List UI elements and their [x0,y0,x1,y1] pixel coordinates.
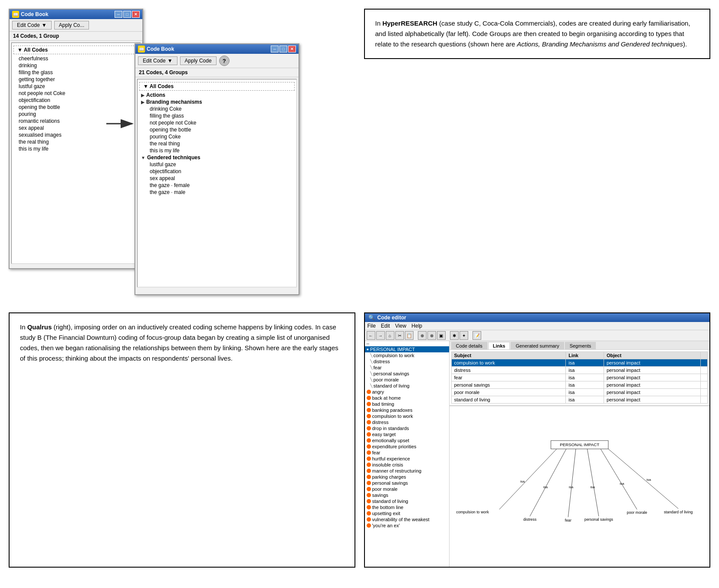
list-item[interactable]: cheerfulness [12,55,140,62]
list-item[interactable]: not people not Coke [138,119,296,126]
list-item[interactable]: drinking [12,62,140,69]
list-item[interactable]: angry [365,389,449,395]
apply-code-btn-1[interactable]: Apply Co... [54,21,89,30]
tab-links[interactable]: Links [488,342,510,349]
list-item[interactable]: objectification [12,97,140,104]
list-item[interactable]: personal savings [365,480,449,486]
list-item[interactable]: this is my life [12,145,140,152]
table-row[interactable]: compulsion to work isa personal impact [451,359,708,367]
list-item[interactable]: ╲ poor morale [365,377,449,383]
home-btn[interactable]: ⌂ [386,331,394,340]
tool5[interactable]: ▣ [437,331,446,340]
list-item[interactable]: drop in standards [365,425,449,431]
table-row[interactable]: standard of living isa personal impact [451,396,708,404]
list-item[interactable]: parking charges [365,474,449,480]
list-item[interactable]: opening the bottle [12,104,140,111]
tool3[interactable]: ⊕ [418,331,427,340]
back-btn[interactable]: ← [367,331,375,340]
maximize-btn-2[interactable]: □ [279,46,287,53]
tab-generated-summary[interactable]: Generated summary [511,342,564,349]
all-codes-header-1[interactable]: ▼ All Codes [13,46,138,54]
list-item[interactable]: ╲ compulsion to work [365,352,449,358]
list-item[interactable]: the gaze · male [138,189,296,196]
tool6[interactable]: ✱ [450,331,459,340]
minimize-btn-1[interactable]: ─ [115,11,122,18]
table-row[interactable]: poor morale isa personal impact [451,389,708,396]
list-item[interactable]: sex appeal [138,175,296,182]
tool8[interactable]: 📝 [473,331,481,340]
list-item[interactable]: back at home [365,395,449,401]
edit-code-btn-1[interactable]: Edit Code ▼ [12,21,52,30]
table-row[interactable]: personal savings isa personal impact [451,381,708,389]
list-item[interactable]: compulsion to work [365,413,449,419]
tool7[interactable]: ✦ [460,331,468,340]
list-item[interactable]: bad timing [365,401,449,407]
personal-impact-node[interactable]: ● PERSONAL IMPACT [365,346,449,352]
menu-file[interactable]: File [368,323,376,329]
menu-edit[interactable]: Edit [381,323,390,329]
all-codes-header-2[interactable]: ▼ All Codes [139,82,295,91]
list-item[interactable]: the real thing [138,140,296,147]
tool2[interactable]: 📋 [405,331,414,340]
list-item[interactable]: drinking Coke [138,105,296,112]
group-actions[interactable]: ▶ Actions [138,92,296,99]
list-item[interactable]: getting together [12,76,140,83]
minimize-btn-2[interactable]: ─ [271,46,279,53]
close-btn-1[interactable]: ✕ [132,11,140,18]
list-item[interactable]: objectification [138,168,296,175]
ce-right-panel: Code details Links Generated summary Seg… [450,341,710,567]
list-item[interactable]: poor morale [365,486,449,492]
mind-map-svg: PERSONAL IMPACT compulsion to work isa d… [450,406,710,567]
list-item[interactable]: the real thing [12,138,140,145]
list-item[interactable]: lustful gaze [138,161,296,168]
list-item[interactable]: the gaze · female [138,182,296,189]
list-item[interactable]: 'you're an ex' [365,522,449,529]
forward-btn[interactable]: → [376,331,385,340]
list-item[interactable]: filling the glass [12,69,140,76]
tab-segments[interactable]: Segments [565,342,596,349]
table-row[interactable]: distress isa personal impact [451,367,708,374]
list-item[interactable]: emotionally upset [365,437,449,443]
list-item[interactable]: ╲ fear [365,365,449,371]
list-item[interactable]: sex appeal [12,125,140,131]
menu-help[interactable]: Help [411,323,422,329]
tool1[interactable]: ✂ [395,331,404,340]
list-item[interactable]: standard of living [365,498,449,504]
list-item[interactable]: banking paradoxes [365,407,449,413]
menu-view[interactable]: View [395,323,407,329]
list-item[interactable]: this is my life [138,147,296,154]
list-item[interactable]: pouring Coke [138,133,296,140]
edit-code-btn-2[interactable]: Edit Code ▼ [138,56,177,65]
list-item[interactable]: opening the bottle [138,126,296,133]
maximize-btn-1[interactable]: □ [123,11,131,18]
list-item[interactable]: vulnerability of the weakest [365,516,449,522]
list-item[interactable]: manner of restructuring [365,468,449,474]
group-branding[interactable]: ▶ Branding mechanisms [138,99,296,105]
group-gendered[interactable]: ▼ Gendered techniques [138,154,296,161]
list-item[interactable]: lustful gaze [12,83,140,90]
list-item[interactable]: not people not Coke [12,90,140,97]
list-item[interactable]: fear [365,450,449,456]
list-item[interactable]: expenditure priorities [365,443,449,450]
list-item[interactable]: romantic relations [12,118,140,125]
list-item[interactable]: upsetting exit [365,510,449,516]
help-btn[interactable]: ? [219,56,230,66]
list-item[interactable]: ╲ personal savings [365,371,449,377]
list-item[interactable]: ╲ distress [365,358,449,365]
list-item[interactable]: hurtful experience [365,456,449,462]
list-item[interactable]: the bottom line [365,504,449,510]
tool4[interactable]: ⊗ [427,331,436,340]
list-item[interactable]: insoluble crisis [365,462,449,468]
list-item[interactable]: sexualised images [12,131,140,138]
list-item[interactable]: easy target [365,431,449,437]
close-btn-2[interactable]: ✕ [288,46,296,53]
list-item[interactable]: ╲ standard of living [365,383,449,389]
list-item[interactable]: savings [365,492,449,498]
tab-code-details[interactable]: Code details [451,342,487,349]
apply-code-btn-2[interactable]: Apply Code [180,56,217,65]
list-item[interactable]: pouring [12,111,140,118]
table-row[interactable]: fear isa personal impact [451,374,708,381]
list-item[interactable]: distress [365,419,449,425]
list-item[interactable]: filling the glass [138,112,296,119]
expand-collapse[interactable]: ─ [365,341,449,346]
